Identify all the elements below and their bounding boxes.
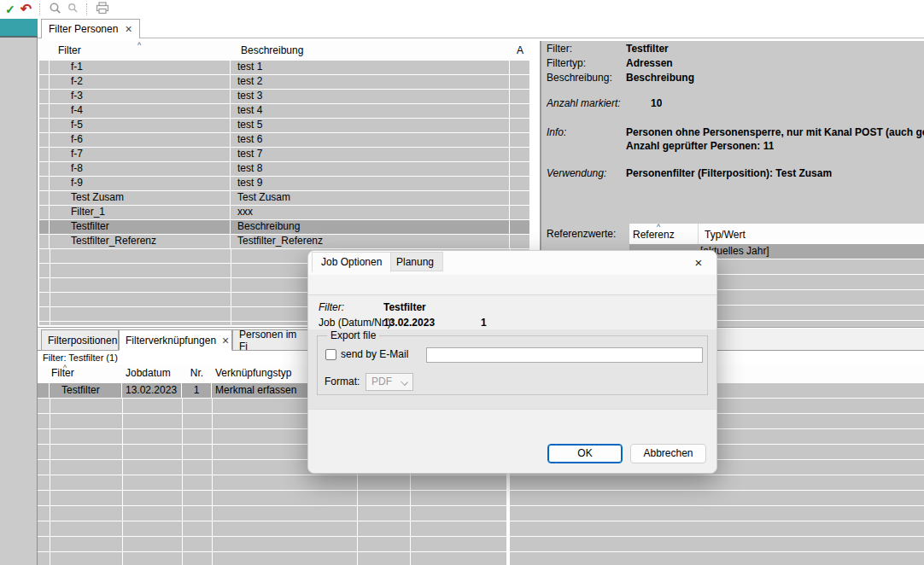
column-header-filter[interactable]: Filter [50,364,122,383]
cell-beschreibung: test 7 [231,148,510,162]
email-input[interactable] [426,347,703,363]
cell-filter: Test Zusam [50,191,231,206]
table-row[interactable]: Filter_1xxx [39,206,530,220]
app-window: ✓ ↶ Filter Personen × Filter Beschreibun… [0,0,924,565]
table-row[interactable]: f-8test 8 [39,162,530,177]
grid-line [182,399,183,565]
table-row[interactable]: f-1test 1 [39,61,530,75]
detail-value: Testfilter [626,43,669,55]
cell-filter: f-2 [50,75,231,90]
cell-filter: f-7 [50,148,231,162]
dialog-filter-label: Filter: [319,301,344,313]
detail-value: Personen ohne Personensperre, nur mit Ka… [626,126,924,138]
table-row[interactable]: Testfilter_ReferenzTestfilter_Referenz [39,235,530,249]
detail-label: Anzahl markiert: [547,97,621,109]
tab-personen-im-filter[interactable]: Personen im Fi [232,329,314,351]
column-header-typwert[interactable]: Typ/Wert [705,229,746,241]
cancel-button[interactable]: Abbrechen [630,444,706,463]
bottom-filter-info: Filter: Testfilter (1) [43,352,118,363]
column-header-nr[interactable]: Nr. [182,364,212,383]
close-icon[interactable]: × [687,254,710,272]
tab-planung[interactable]: Planung [387,252,443,271]
table-row[interactable]: f-5test 5 [39,119,530,133]
table-row[interactable]: f-9test 9 [39,177,530,191]
tab-filter-personen[interactable]: Filter Personen × [41,19,140,38]
table-row[interactable]: f-7test 7 [39,148,530,162]
tab-label: Filterverknüpfungen [126,335,216,347]
detail-label: Filter: [547,43,572,55]
send-email-checkbox[interactable] [325,349,336,360]
sort-asc-icon: ^ [63,364,67,371]
column-header-jobdatum[interactable]: Jobdatum [122,364,182,383]
tab-filterverknuepfungen[interactable]: Filterverknüpfungen × [119,329,232,351]
cell-beschreibung: xxx [231,206,510,220]
referenzwerte-label: Referenzwerte: [547,228,616,240]
grid-line [212,399,213,565]
grid-line [698,224,699,244]
detail-value: 10 [651,97,662,109]
detail-value: Anzahl geprüfter Personen: 11 [626,140,774,152]
grid-line [50,399,50,565]
table-row[interactable]: f-4test 4 [39,104,530,119]
cell-filter: f-4 [50,104,231,119]
cell-beschreibung: Testfilter_Referenz [231,235,510,249]
tab-label: Job Optionen [321,256,382,268]
column-header-beschreibung[interactable]: Beschreibung [231,42,510,61]
cell-filter: Filter_1 [50,206,231,220]
detail-value: Personenfilter (Filterposition): Test Zu… [626,167,832,179]
format-value: PDF [371,376,392,387]
cell-nr: 1 [182,383,212,399]
cell-filter: f-5 [50,119,231,133]
referenz-table-header: Referenz ^ Typ/Wert [629,224,924,244]
ok-button[interactable]: OK [547,444,623,463]
gutter-header [38,364,50,383]
toolbar-separator [39,3,41,15]
detail-label: Beschreibung: [547,72,612,84]
zoom-small-icon[interactable] [67,3,79,16]
detail-value: Beschreibung [626,72,694,84]
column-header-a[interactable]: A [510,42,530,61]
format-dropdown[interactable]: PDF [366,373,413,391]
tab-job-optionen[interactable]: Job Optionen [312,252,391,272]
groupbox-title: Export file [327,329,379,341]
tab-filterpositionen[interactable]: Filterpositionen [41,329,119,351]
dialog-filter-value: Testfilter [383,301,426,313]
close-icon[interactable]: × [222,335,229,346]
close-icon[interactable]: × [125,24,132,34]
confirm-icon[interactable]: ✓ [5,3,15,16]
cell-beschreibung: Beschreibung [231,220,510,235]
cell-filter: Testfilter_Referenz [50,235,231,249]
dialog-filter-verknuepfen: ⚙ Filter verknüpfen × Job Optionen Planu… [307,250,717,474]
cell-filter: f-8 [50,162,231,177]
undo-icon[interactable]: ↶ [20,3,32,15]
table-row-selected[interactable]: TestfilterBeschreibung [39,220,530,235]
toolbar: ✓ ↶ [0,0,924,19]
column-header-referenz[interactable]: Referenz [633,229,675,241]
tab-label: Filterpositionen [48,335,117,347]
dialog-footer [308,409,716,474]
sidebar-selected-item[interactable] [0,19,38,38]
table-row[interactable]: Test ZusamTest Zusam [39,191,530,206]
table-row[interactable]: f-3test 3 [39,90,530,104]
dialog-job-date: 13.02.2023 [383,317,435,329]
sort-asc-icon: ^ [137,42,141,49]
grid-line [122,399,123,565]
cell-filter: f-1 [50,61,231,75]
cell-beschreibung: test 3 [231,90,510,104]
checkbox-label: send by E-Mail [341,348,408,360]
zoom-icon[interactable] [49,2,62,18]
dialog-job-label: Job (Datum/Nr.): [319,317,394,329]
cell-filter: Testfilter [50,220,231,235]
print-icon[interactable] [96,2,109,17]
detail-label: Verwendung: [547,167,606,179]
cell-beschreibung: test 8 [231,162,510,177]
tab-label: Filter Personen [49,23,118,35]
dialog-tabstrip [308,275,716,295]
toolbar-separator [86,3,88,15]
table-row[interactable]: f-2test 2 [39,75,530,90]
sort-asc-icon: ^ [657,224,660,230]
filter-table-header: Filter Beschreibung A ^ [39,42,530,61]
grid-line [50,249,50,325]
table-row[interactable]: f-6test 6 [39,133,530,148]
tabstrip-line [38,38,924,38]
